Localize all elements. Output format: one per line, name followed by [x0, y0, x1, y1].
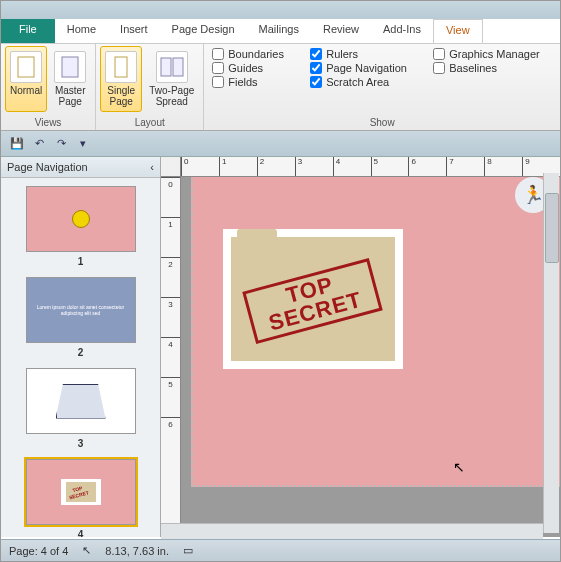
- chk-graphics-manager[interactable]: Graphics Manager: [433, 48, 552, 60]
- master-page-icon: [54, 51, 86, 83]
- collapse-icon[interactable]: ‹: [150, 161, 154, 173]
- scratch-area[interactable]: 🏃 TOPSECRET ↖: [181, 177, 560, 537]
- tab-view[interactable]: View: [433, 19, 483, 43]
- nav-title: Page Navigation: [7, 161, 88, 173]
- undo-icon[interactable]: ↶: [31, 136, 47, 152]
- ribbon-group-layout: Single Page Two-Page Spread Layout: [96, 44, 204, 130]
- ribbon-group-show: Boundaries Rulers Graphics Manager Guide…: [204, 44, 560, 130]
- layout-group-label: Layout: [100, 117, 199, 128]
- ribbon: Normal Master Page Views Single Page Two…: [1, 43, 560, 131]
- two-page-spread-button[interactable]: Two-Page Spread: [144, 46, 199, 112]
- top-secret-image[interactable]: TOPSECRET: [223, 229, 403, 369]
- ruler-corner: [161, 157, 181, 177]
- svg-rect-4: [173, 58, 183, 76]
- page-icon: [10, 51, 42, 83]
- svg-rect-0: [18, 57, 34, 77]
- svg-rect-1: [62, 57, 78, 77]
- stamp-text: TOPSECRET: [243, 258, 384, 344]
- chk-fields[interactable]: Fields: [212, 76, 296, 88]
- status-page: Page: 4 of 4: [9, 545, 68, 557]
- svg-rect-3: [161, 58, 171, 76]
- show-group-label: Show: [212, 117, 552, 128]
- thumb-page-2[interactable]: Lorem ipsum dolor sit amet consectetur a…: [1, 277, 160, 358]
- chk-scratch-area[interactable]: Scratch Area: [310, 76, 419, 88]
- chk-boundaries[interactable]: Boundaries: [212, 48, 296, 60]
- normal-view-button[interactable]: Normal: [5, 46, 47, 112]
- canvas-area: 0123456789 0123456 🏃 TOPSECRET ↖: [161, 157, 560, 537]
- svg-rect-2: [115, 57, 127, 77]
- master-page-button[interactable]: Master Page: [49, 46, 91, 112]
- status-bar: Page: 4 of 4 ↖ 8.13, 7.63 in. ▭: [1, 539, 560, 561]
- folder-icon: TOPSECRET: [231, 237, 395, 361]
- trapezoid-icon: [56, 384, 106, 419]
- tab-page-design[interactable]: Page Design: [160, 19, 247, 43]
- ribbon-tabs: File Home Insert Page Design Mailings Re…: [1, 19, 560, 43]
- tab-home[interactable]: Home: [55, 19, 108, 43]
- status-size-icon: ▭: [183, 544, 193, 557]
- views-group-label: Views: [5, 117, 91, 128]
- tab-file[interactable]: File: [1, 19, 55, 43]
- page-navigation-panel: Page Navigation ‹ 1 Lorem ipsum dolor si…: [1, 157, 161, 537]
- smiley-icon: [72, 210, 90, 228]
- tab-addins[interactable]: Add-Ins: [371, 19, 433, 43]
- tab-insert[interactable]: Insert: [108, 19, 160, 43]
- publication-page[interactable]: 🏃 TOPSECRET ↖: [191, 177, 560, 487]
- ruler-vertical: 0123456: [161, 177, 181, 537]
- ribbon-group-views: Normal Master Page Views: [1, 44, 96, 130]
- cursor-icon: ↖: [453, 459, 465, 475]
- tab-review[interactable]: Review: [311, 19, 371, 43]
- tab-mailings[interactable]: Mailings: [247, 19, 311, 43]
- thumb-page-3[interactable]: 3: [1, 368, 160, 449]
- scrollbar-horizontal[interactable]: [161, 523, 543, 539]
- thumb-page-4[interactable]: TOPSECRET 4: [1, 459, 160, 537]
- quick-access-toolbar: 💾 ↶ ↷ ▾: [1, 131, 560, 157]
- chk-baselines[interactable]: Baselines: [433, 62, 552, 74]
- status-coords: 8.13, 7.63 in.: [105, 545, 169, 557]
- chk-guides[interactable]: Guides: [212, 62, 296, 74]
- ruler-horizontal: 0123456789: [181, 157, 560, 177]
- single-page-icon: [105, 51, 137, 83]
- pointer-icon: ↖: [82, 544, 91, 557]
- two-page-icon: [156, 51, 188, 83]
- scrollbar-vertical[interactable]: [543, 173, 559, 533]
- nav-header: Page Navigation ‹: [1, 157, 160, 178]
- chk-rulers[interactable]: Rulers: [310, 48, 419, 60]
- qat-dropdown-icon[interactable]: ▾: [75, 136, 91, 152]
- redo-icon[interactable]: ↷: [53, 136, 69, 152]
- chk-page-navigation[interactable]: Page Navigation: [310, 62, 419, 74]
- save-icon[interactable]: 💾: [9, 136, 25, 152]
- thumb-page-1[interactable]: 1: [1, 186, 160, 267]
- single-page-button[interactable]: Single Page: [100, 46, 142, 112]
